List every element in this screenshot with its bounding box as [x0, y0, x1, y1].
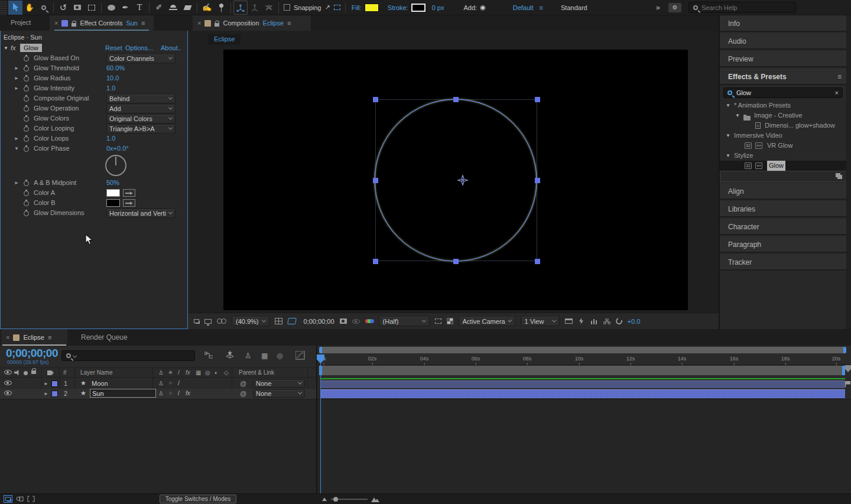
new-panel-corner-icon[interactable] [836, 173, 842, 179]
fast-previews-icon[interactable] [578, 318, 585, 324]
twirl-down-icon[interactable]: ▼ [14, 146, 19, 151]
timeline-zoom-slider-knob[interactable] [333, 497, 338, 502]
handle-bottom-center[interactable] [453, 259, 459, 264]
moon-layer-bar[interactable] [321, 381, 845, 388]
adjustment-column-icon[interactable]: ◐ [215, 369, 218, 376]
stereo-3d-icon[interactable] [217, 318, 226, 324]
navigator-end-handle[interactable] [843, 347, 846, 353]
timeline-zoom-slider-track[interactable] [331, 499, 368, 500]
solo-column-icon[interactable] [24, 371, 28, 375]
motion-blur-column-icon[interactable]: ◎ [205, 369, 210, 376]
tab-render-queue[interactable]: Render Queue [81, 333, 128, 342]
color-phase-value[interactable]: 0x+0.0° [106, 145, 129, 152]
puppet-pin-tool[interactable] [214, 1, 228, 15]
twirl-down-icon[interactable]: ▼ [735, 110, 740, 121]
tree-animation-presets[interactable]: ▼ * Animation Presets [720, 100, 847, 110]
stopwatch-icon[interactable] [24, 211, 29, 216]
label-column-icon[interactable] [47, 370, 54, 375]
tab-project[interactable]: Project [11, 19, 31, 26]
color-a-swatch[interactable] [106, 189, 120, 197]
channels-icon[interactable] [365, 318, 373, 324]
color-phase-dial[interactable] [105, 155, 126, 176]
camera-tool[interactable] [70, 1, 85, 15]
local-axis-mode-button[interactable] [233, 1, 248, 15]
brush-tool[interactable]: ✐ [152, 1, 166, 15]
timeline-current-time[interactable]: 0;00;00;00 [6, 347, 58, 360]
glow-threshold-value[interactable]: 60.0% [106, 64, 125, 71]
magnification-dropdown[interactable]: (40.9%) [232, 316, 269, 326]
fill-swatch[interactable] [365, 4, 379, 12]
type-tool[interactable]: T [132, 1, 147, 15]
tab-effect-controls[interactable]: × Effect Controls Sun ≡ [50, 15, 154, 31]
twirl-right-icon[interactable]: ► [14, 66, 19, 71]
stroke-width-value[interactable]: 0 px [432, 4, 444, 11]
stopwatch-icon[interactable] [24, 96, 29, 102]
stopwatch-icon[interactable] [24, 106, 29, 112]
parent-dropdown[interactable]: None [253, 389, 305, 398]
sync-settings-icon[interactable]: ⚙ [668, 3, 681, 12]
layer-color-chip[interactable] [51, 391, 58, 397]
video-toggle[interactable] [4, 381, 12, 385]
stopwatch-icon[interactable] [24, 181, 29, 186]
effect-about-link[interactable]: About.. [161, 44, 181, 51]
expand-inout-button[interactable] [27, 496, 35, 503]
stopwatch-icon[interactable] [24, 86, 29, 92]
snap-bounds-icon[interactable] [334, 5, 340, 10]
camera-dropdown[interactable]: Active Camera [459, 316, 515, 326]
tree-preset-glow-shadow[interactable]: fx Dimensi... glow+shadow [720, 121, 847, 131]
stamp-tool[interactable] [166, 1, 180, 15]
shy-icon[interactable]: ♙ [245, 352, 251, 360]
panel-audio[interactable]: Audio [720, 33, 847, 50]
glow-radius-value[interactable]: 10.0 [106, 74, 119, 82]
parent-link-column-header[interactable]: Parent & Link [239, 369, 274, 376]
time-navigator-bar[interactable] [319, 347, 846, 353]
toggle-switches-modes-button[interactable]: Toggle Switches / Modes [160, 495, 236, 503]
color-b-swatch[interactable] [106, 199, 120, 207]
shy-toggle[interactable]: ♙ [158, 380, 164, 386]
reset-exposure-icon[interactable] [615, 317, 623, 326]
panel-preview[interactable]: Preview [720, 51, 847, 67]
cube-3d-column-icon[interactable]: ◇ [224, 369, 229, 376]
exposure-value[interactable]: +0.0 [628, 318, 641, 325]
stopwatch-icon[interactable] [24, 116, 29, 122]
close-icon[interactable]: × [6, 334, 9, 341]
graph-editor-icon[interactable] [295, 351, 305, 361]
world-axis-mode-button[interactable] [248, 1, 262, 15]
layer-row-sun[interactable]: ► 2 ★ Sun ♙ ☀ / fx @ None [0, 389, 316, 399]
stopwatch-icon[interactable] [24, 126, 29, 132]
comp-marker-bin-icon[interactable] [845, 365, 851, 372]
motion-blur-icon[interactable]: ◎ [277, 352, 282, 360]
video-toggle[interactable] [4, 391, 12, 395]
parent-dropdown[interactable]: None [253, 379, 305, 388]
grid-guides-icon[interactable] [275, 318, 282, 324]
composition-viewport[interactable] [223, 50, 688, 310]
view-axis-mode-button[interactable] [262, 1, 276, 15]
navigator-start-handle[interactable] [319, 347, 322, 353]
handle-top-right[interactable] [535, 97, 540, 102]
collapse-column-icon[interactable]: ☀ [168, 369, 173, 376]
stopwatch-icon[interactable] [24, 136, 29, 142]
comp-current-time[interactable]: 0;00;00;00 [304, 318, 334, 325]
snap-pickwhip-icon[interactable]: ↗ [325, 4, 330, 11]
parent-pickwhip-icon[interactable]: @ [240, 380, 246, 387]
tree-vr-glow[interactable]: 32 ≡+ VR Glow [720, 141, 847, 151]
pan-behind-tool[interactable] [85, 1, 99, 15]
panel-character[interactable]: Character [720, 219, 847, 235]
panel-menu-icon[interactable]: ≡ [48, 334, 51, 341]
handle-mid-right[interactable] [535, 178, 540, 183]
twirl-down-icon[interactable]: ▼ [726, 100, 730, 110]
rotobrush-tool[interactable]: ✍ [200, 1, 214, 15]
layer-name-column-header[interactable]: Layer Name [80, 369, 112, 376]
mask-visibility-icon[interactable] [287, 318, 297, 324]
collapse-toggle[interactable]: ☀ [168, 390, 173, 396]
effect-options-link[interactable]: Options... [125, 44, 153, 51]
playhead-line[interactable] [320, 355, 321, 493]
video-column-icon[interactable] [4, 370, 12, 375]
collapse-toggle[interactable]: ☀ [168, 380, 173, 386]
transparency-grid-icon[interactable] [447, 318, 453, 324]
panel-align[interactable]: Align [720, 183, 847, 200]
twirl-right-icon[interactable]: ► [14, 180, 19, 186]
show-snapshot-icon[interactable] [352, 319, 360, 324]
handle-mid-left[interactable] [373, 178, 378, 183]
twirl-down-icon[interactable]: ▼ [726, 151, 730, 161]
